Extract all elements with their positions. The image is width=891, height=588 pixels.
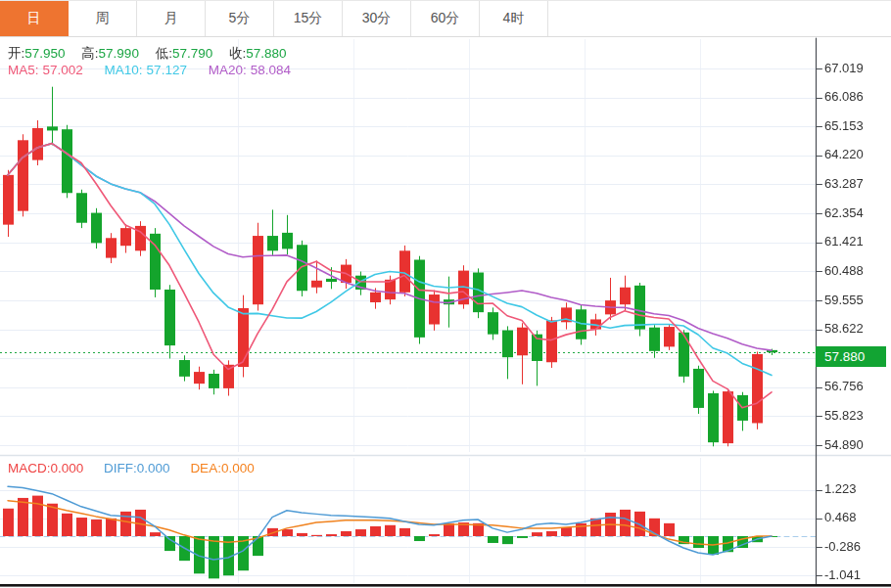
dea-readout: DEA:0.000 xyxy=(190,461,254,475)
tab-60min[interactable]: 60分 xyxy=(411,1,480,36)
tab-5min[interactable]: 5分 xyxy=(206,1,274,36)
low-readout: 低:57.790 xyxy=(156,46,213,61)
ohlc-legend: 开:57.950 高:57.990 低:57.790 收:57.880 xyxy=(8,45,300,63)
close-readout: 收:57.880 xyxy=(229,46,287,61)
open-readout: 开:57.950 xyxy=(8,46,66,61)
current-price-tag: 57.880 xyxy=(816,346,886,367)
tab-month[interactable]: 月 xyxy=(137,1,206,36)
timeframe-tabbar: 日 周 月 5分 15分 30分 60分 4时 xyxy=(0,0,891,37)
tab-30min[interactable]: 30分 xyxy=(343,1,411,36)
ma-legend: MA5:57.002 MA10:57.127 MA20:58.084 xyxy=(8,63,308,77)
kline-app: 日 周 月 5分 15分 30分 60分 4时 开:57.950 高:57.99… xyxy=(0,0,891,588)
macd-legend: MACD:0.000 DIFF:0.000 DEA:0.000 xyxy=(8,461,271,475)
high-readout: 高:57.990 xyxy=(81,46,139,61)
ma20-readout: MA20:58.084 xyxy=(209,63,291,77)
tab-week[interactable]: 周 xyxy=(69,1,137,36)
macd-readout: MACD:0.000 xyxy=(8,461,83,475)
ma5-readout: MA5:57.002 xyxy=(8,63,83,77)
tab-day[interactable]: 日 xyxy=(0,1,69,36)
diff-readout: DIFF:0.000 xyxy=(104,461,170,475)
tab-4hour[interactable]: 4时 xyxy=(480,1,548,36)
candlestick-macd-chart-canvas[interactable] xyxy=(0,0,891,588)
tab-15min[interactable]: 15分 xyxy=(274,1,343,36)
ma10-readout: MA10:57.127 xyxy=(105,63,187,77)
